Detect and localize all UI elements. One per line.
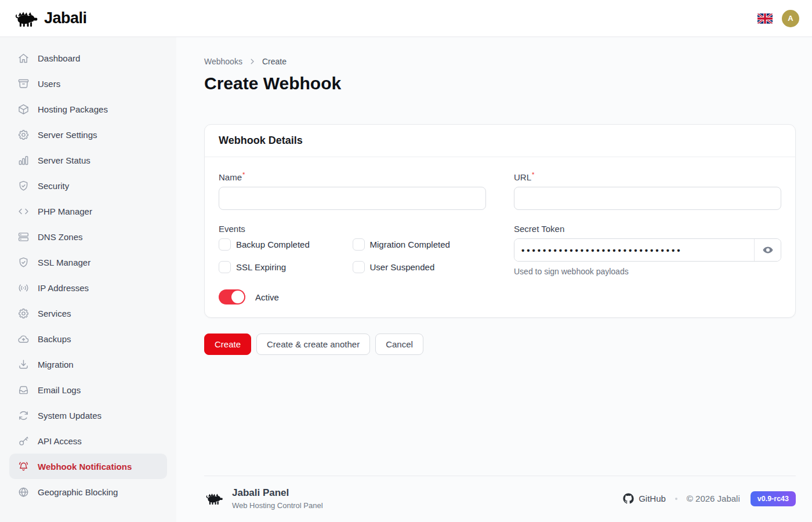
name-input[interactable] [219,187,486,210]
sidebar-item-label: Migration [38,360,74,369]
secret-token-group: Secret Token Used to sign webhook payloa… [514,224,781,304]
sidebar-item-users[interactable]: Users [9,71,167,96]
event-checkbox-label: SSL Expiring [236,262,286,272]
sidebar-item-security[interactable]: Security [9,173,167,198]
active-label: Active [255,292,279,302]
footer-subtitle: Web Hosting Control Panel [232,501,323,510]
sidebar-item-label: Services [38,309,71,318]
active-toggle[interactable] [219,289,245,304]
secret-token-field [514,238,781,262]
sidebar-item-label: PHP Manager [38,206,92,216]
event-checkbox-migration-completed[interactable]: Migration Completed [353,238,487,251]
brand-logo[interactable]: Jabali [13,9,87,27]
key-icon [17,435,30,447]
dot-separator [675,498,677,500]
sidebar-item-label: Dashboard [38,53,80,63]
sidebar-item-webhook-notifications[interactable]: Webhook Notifications [9,454,167,479]
sidebar-item-ssl-manager[interactable]: SSL Manager [9,249,167,275]
sidebar-item-ip-addresses[interactable]: IP Addresses [9,275,167,300]
server-stack-icon [17,231,30,243]
eye-icon [762,244,774,256]
sidebar-item-dashboard[interactable]: Dashboard [9,45,167,71]
sidebar: DashboardUsersHosting PackagesServer Set… [0,37,176,522]
language-flag-icon[interactable] [757,13,773,24]
form-left-column: Name* [219,171,486,210]
footer-brand: Jabali Panel [232,487,323,499]
sidebar-item-label: IP Addresses [38,283,89,293]
create-another-button[interactable]: Create & create another [256,334,370,355]
code-brackets-icon [17,205,30,217]
create-button[interactable]: Create [204,334,251,355]
toggle-knob [231,291,244,303]
github-label: GitHub [639,494,666,503]
boar-icon [204,492,223,505]
sidebar-item-label: Security [38,181,69,191]
event-checkbox-label: User Suspended [370,262,435,272]
refresh-icon [17,409,30,422]
breadcrumb-webhooks[interactable]: Webhooks [204,57,242,66]
url-input[interactable] [514,187,781,210]
sidebar-item-email-logs[interactable]: Email Logs [9,377,167,403]
download-tray-icon [17,358,30,371]
github-link[interactable]: GitHub [623,493,666,504]
url-label: URL* [514,171,781,182]
form-right-column: URL* [514,171,781,210]
sidebar-item-label: Hosting Packages [38,104,108,114]
event-checkbox-backup-completed[interactable]: Backup Completed [219,238,353,251]
bar-chart-icon [17,154,30,166]
events-options: Backup CompletedMigration CompletedSSL E… [219,238,486,273]
bell-alert-icon [17,461,30,473]
main-content: Webhooks Create Create Webhook Webhook D… [176,37,812,522]
form-actions: Create Create & create another Cancel [204,334,796,355]
version-badge: v0.9-rc43 [751,491,796,506]
top-bar: Jabali A [0,0,812,37]
cloud-upload-icon [17,333,30,345]
signal-icon [17,282,30,294]
required-asterisk: * [242,171,245,178]
checkbox-icon [219,238,231,251]
sidebar-item-label: Users [38,79,60,89]
events-label: Events [219,224,486,234]
cube-icon [17,103,30,115]
sidebar-item-geographic-blocking[interactable]: Geographic Blocking [9,479,167,505]
event-checkbox-user-suspended[interactable]: User Suspended [353,261,487,273]
sidebar-item-label: Server Status [38,155,90,165]
breadcrumb-create[interactable]: Create [262,57,287,66]
sidebar-item-hosting-packages[interactable]: Hosting Packages [9,96,167,122]
sidebar-item-label: System Updates [38,411,102,420]
sidebar-item-system-updates[interactable]: System Updates [9,403,167,428]
card-title: Webhook Details [205,125,795,157]
active-toggle-row: Active [219,289,486,304]
sidebar-item-label: Email Logs [38,385,81,395]
sidebar-item-api-access[interactable]: API Access [9,428,167,454]
page-title: Create Webhook [204,74,796,93]
sidebar-item-migration[interactable]: Migration [9,351,167,377]
required-asterisk: * [532,171,534,178]
sidebar-item-label: SSL Manager [38,258,90,267]
github-icon [623,493,634,504]
sidebar-item-server-status[interactable]: Server Status [9,147,167,173]
webhook-details-card: Webhook Details Name* URL* Events Backup… [204,124,796,318]
secret-token-helper: Used to sign webhook payloads [514,267,781,276]
sidebar-item-php-manager[interactable]: PHP Manager [9,198,167,224]
archive-box-icon [17,78,30,90]
secret-token-input[interactable] [514,239,754,261]
sidebar-item-server-settings[interactable]: Server Settings [9,122,167,147]
checkbox-icon [219,261,231,273]
gear-icon [17,307,30,320]
reveal-token-button[interactable] [754,239,781,261]
sidebar-item-backups[interactable]: Backups [9,326,167,351]
sidebar-item-services[interactable]: Services [9,300,167,326]
event-checkbox-ssl-expiring[interactable]: SSL Expiring [219,261,353,273]
sidebar-item-label: Geographic Blocking [38,487,118,497]
cancel-button[interactable]: Cancel [375,334,423,355]
sidebar-item-label: Webhook Notifications [38,462,132,472]
chevron-right-icon [248,57,256,66]
checkbox-icon [353,238,365,251]
sidebar-item-dns-zones[interactable]: DNS Zones [9,224,167,249]
breadcrumb: Webhooks Create [204,57,796,66]
checkbox-icon [353,261,365,273]
inbox-icon [17,384,30,396]
boar-icon [13,10,38,27]
user-avatar[interactable]: A [782,10,799,27]
